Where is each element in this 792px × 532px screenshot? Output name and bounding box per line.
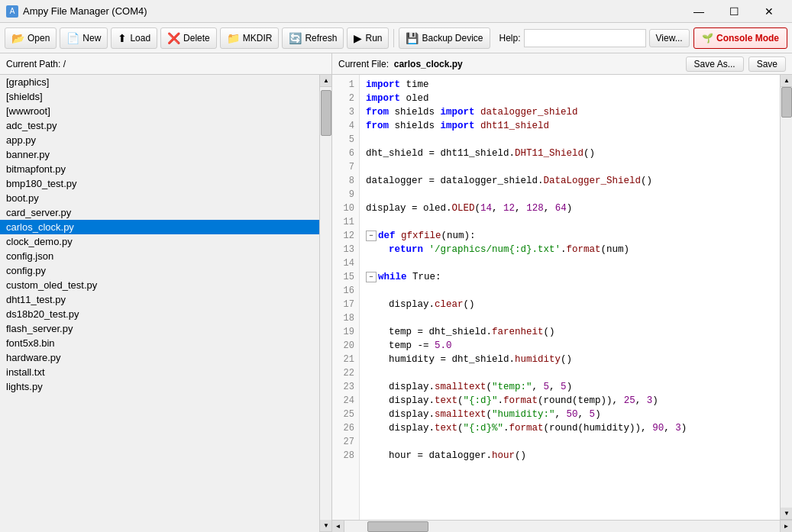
scroll-thumb[interactable] xyxy=(321,90,331,136)
file-list-item[interactable]: lights.py xyxy=(0,379,319,394)
line-number: 8 xyxy=(332,174,359,188)
file-list-item[interactable]: boot.py xyxy=(0,191,319,205)
code-editor[interactable]: 1234567891011121314151617181920212223242… xyxy=(332,75,780,520)
line-number: 18 xyxy=(332,311,359,325)
open-button[interactable]: 📂 Open xyxy=(5,27,57,49)
delete-button[interactable]: ❌ Delete xyxy=(160,27,217,49)
code-line xyxy=(366,366,774,380)
file-list-item[interactable]: flash_server.py xyxy=(0,321,319,336)
mkdir-button[interactable]: 📁 MKDIR xyxy=(220,27,280,49)
code-scroll-up[interactable]: ▲ xyxy=(781,75,792,87)
path-bar: Current Path: / xyxy=(0,53,331,75)
path-label: Current Path: xyxy=(6,59,60,69)
maximize-button[interactable]: ☐ xyxy=(717,0,751,23)
code-line: display.smalltext("humidity:", 50, 5) xyxy=(366,408,774,421)
refresh-icon: 🔄 xyxy=(289,32,302,44)
separator-1 xyxy=(393,29,394,47)
code-scroll-down[interactable]: ▼ xyxy=(781,508,792,520)
help-label: Help: xyxy=(499,33,521,44)
file-list-item[interactable]: app.py xyxy=(0,133,319,147)
file-list-item[interactable]: [shields] xyxy=(0,89,319,104)
file-list-item[interactable]: carlos_clock.py xyxy=(0,220,319,234)
code-line: humidity = dht_shield.humidity() xyxy=(366,353,774,366)
h-scroll-right[interactable]: ► xyxy=(780,521,792,533)
refresh-button[interactable]: 🔄 Refresh xyxy=(282,27,344,49)
line-number: 15 xyxy=(332,270,359,284)
window-title: Ampy File Manager (COM4) xyxy=(23,5,147,17)
line-number: 20 xyxy=(332,339,359,353)
line-number: 6 xyxy=(332,147,359,160)
line-number: 12 xyxy=(332,229,359,243)
code-line: hour = datalogger.hour() xyxy=(366,449,774,463)
load-icon: ⬆ xyxy=(118,32,127,44)
file-list-item[interactable]: config.json xyxy=(0,249,319,263)
file-list-item[interactable]: hardware.py xyxy=(0,350,319,365)
file-list-item[interactable]: bmp180_test.py xyxy=(0,176,319,191)
minimize-button[interactable]: — xyxy=(682,0,716,23)
file-list-item[interactable]: [wwwroot] xyxy=(0,104,319,118)
code-line: from shields import dht11_shield xyxy=(366,119,774,133)
close-button[interactable]: ✕ xyxy=(752,0,786,23)
line-number: 21 xyxy=(332,353,359,366)
code-line: display.text("{:d}%".format(round(humidi… xyxy=(366,421,774,435)
code-scrollbar[interactable]: ▲ ▼ xyxy=(780,75,792,520)
code-line xyxy=(366,311,774,325)
file-list-item[interactable]: [graphics] xyxy=(0,75,319,89)
backup-icon: 💾 xyxy=(406,32,419,44)
h-scroll-thumb[interactable] xyxy=(367,521,428,532)
line-number: 3 xyxy=(332,105,359,119)
code-line: import time xyxy=(366,78,774,92)
new-button[interactable]: 📄 New xyxy=(60,27,108,49)
file-list-item[interactable]: ds18b20_test.py xyxy=(0,307,319,321)
line-number: 24 xyxy=(332,394,359,408)
load-button[interactable]: ⬆ Load xyxy=(111,27,157,49)
code-scroll-thumb[interactable] xyxy=(781,87,792,118)
line-number: 9 xyxy=(332,188,359,202)
title-bar: A Ampy File Manager (COM4) — ☐ ✕ xyxy=(0,0,792,23)
file-list-scrollbar[interactable]: ▲ ▼ xyxy=(319,75,331,532)
code-line: temp -= 5.0 xyxy=(366,339,774,353)
code-line: display.text("{:d}".format(round(temp)),… xyxy=(366,394,774,408)
file-list-item[interactable]: clock_demo.py xyxy=(0,234,319,249)
view-button[interactable]: View... xyxy=(649,29,690,47)
line-number: 23 xyxy=(332,380,359,394)
code-line xyxy=(366,160,774,174)
code-line: return '/graphics/num{:d}.txt'.format(nu… xyxy=(366,243,774,256)
help-input[interactable] xyxy=(524,29,646,47)
code-line xyxy=(366,435,774,449)
scroll-up-arrow[interactable]: ▲ xyxy=(320,75,331,87)
code-line: datalogger = datalogger_shield.DataLogge… xyxy=(366,174,774,188)
run-button[interactable]: ▶ Run xyxy=(347,27,389,49)
toolbar: 📂 Open 📄 New ⬆ Load ❌ Delete 📁 MKDIR 🔄 R… xyxy=(0,23,792,53)
code-line xyxy=(366,215,774,229)
scroll-down-arrow[interactable]: ▼ xyxy=(320,520,331,532)
code-content[interactable]: import timeimport oledfrom shields impor… xyxy=(360,75,780,520)
file-list-item[interactable]: install.txt xyxy=(0,365,319,379)
h-scroll-left[interactable]: ◄ xyxy=(332,521,344,533)
path-value: / xyxy=(63,59,66,69)
backup-button[interactable]: 💾 Backup Device xyxy=(399,27,490,49)
file-list-item[interactable]: custom_oled_test.py xyxy=(0,278,319,292)
code-line: −while True: xyxy=(366,270,774,284)
file-list-item[interactable]: adc_test.py xyxy=(0,118,319,133)
file-list-item[interactable]: font5x8.bin xyxy=(0,336,319,350)
fold-icon[interactable]: − xyxy=(366,272,377,282)
h-scroll-track[interactable] xyxy=(344,521,780,532)
file-list-item[interactable]: card_server.py xyxy=(0,205,319,220)
fold-icon[interactable]: − xyxy=(366,231,377,241)
mkdir-icon: 📁 xyxy=(227,32,240,44)
file-list-item[interactable]: config.py xyxy=(0,263,319,278)
new-icon: 📄 xyxy=(66,32,79,44)
main-area: Current Path: / [graphics][shields][wwwr… xyxy=(0,53,792,532)
file-list-item[interactable]: banner.py xyxy=(0,147,319,162)
file-list-item[interactable]: bitmapfont.py xyxy=(0,162,319,176)
right-panel: Current File: carlos_clock.py Save As...… xyxy=(332,53,792,532)
open-icon: 📂 xyxy=(11,32,24,44)
console-mode-button[interactable]: 🌱 Console Mode xyxy=(693,27,787,49)
save-as-button[interactable]: Save As... xyxy=(686,56,744,72)
code-line: display = oled.OLED(14, 12, 128, 64) xyxy=(366,202,774,215)
horizontal-scrollbar[interactable]: ◄ ► xyxy=(332,520,792,532)
code-line: temp = dht_shield.farenheit() xyxy=(366,325,774,339)
file-list-item[interactable]: dht11_test.py xyxy=(0,292,319,307)
save-button[interactable]: Save xyxy=(748,56,786,72)
